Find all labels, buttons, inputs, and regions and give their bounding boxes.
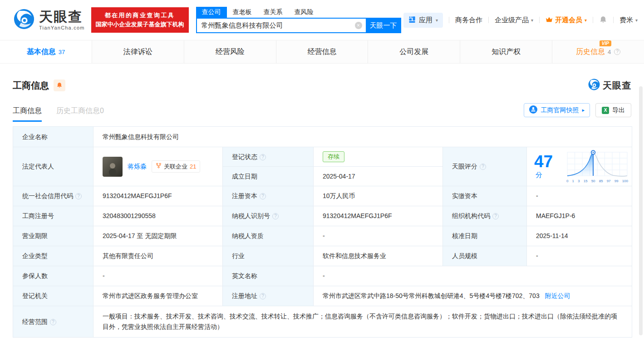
tab-legal-proceedings[interactable]: 法律诉讼	[92, 40, 184, 63]
subtab-history-business-info[interactable]: 历史工商信息0	[56, 106, 104, 122]
clear-icon[interactable]: ×	[355, 22, 362, 29]
related-companies-count: 21	[190, 162, 196, 171]
company-type-label: 企业类型	[13, 246, 93, 266]
user-menu[interactable]: 费米 ▾	[619, 16, 638, 25]
tab-label: 知识产权	[492, 47, 521, 57]
insured-count-label: 参保人数	[13, 266, 93, 286]
legal-rep-label: 法定代表人	[13, 147, 93, 186]
help-icon[interactable]: ?	[260, 193, 266, 199]
english-name-value: -	[314, 266, 632, 286]
chevron-down-icon: ▾	[635, 18, 638, 23]
subtab-business-info[interactable]: 工商信息	[13, 106, 42, 122]
search-input[interactable]	[196, 18, 366, 33]
tab-company-development[interactable]: 公司发展	[368, 40, 460, 63]
table-row: 经营范围? 一般项目：技术服务、技术开发、技术咨询、技术交流、技术转让、技术推广…	[13, 306, 632, 338]
related-companies-label: 关联企业	[164, 162, 187, 171]
org-code-value: MAEFGJ1P-6	[527, 206, 632, 226]
insured-count-value: -	[93, 266, 223, 286]
reg-address-label: 注册地址?	[223, 286, 314, 306]
legal-rep-name-link[interactable]: 蒋烁淼	[128, 162, 147, 171]
company-name-value: 常州甄象信息科技有限公司	[93, 127, 632, 147]
help-icon[interactable]: ?	[272, 213, 279, 219]
divider	[488, 17, 489, 23]
table-row: 营业期限 2025-04-17 至 无固定期限 纳税人资质 - 核准日期 202…	[13, 226, 632, 246]
help-icon[interactable]: ?	[75, 193, 82, 199]
legal-rep-cell: 蒋烁淼 关联企业 21	[93, 147, 223, 186]
promo-line-1: 都在用的商业查询工具	[96, 11, 184, 20]
paid-capital-value: -	[527, 186, 632, 206]
enterprise-label: 企业级产品	[495, 16, 529, 25]
business-scope-label: 经营范围?	[13, 306, 93, 338]
primary-nav-tabs: 基本信息 37 法律诉讼 经营风险 经营信息 公司发展 知识产权 VIP 历史信…	[0, 40, 644, 64]
approval-date-label: 核准日期	[443, 226, 527, 246]
help-icon[interactable]: ?	[492, 213, 499, 219]
business-info-table: 企业名称 常州甄象信息科技有限公司 法定代表人 蒋烁淼	[13, 126, 632, 338]
search-area: 查公司 查老板 查关系 查风险 × 天眼一下	[196, 7, 401, 33]
tab-basic-info[interactable]: 基本信息 37	[0, 40, 92, 63]
tianyancha-logo-icon	[14, 9, 34, 31]
official-snapshot-button[interactable]: 工商官网快照 ▸	[524, 103, 590, 117]
search-tab-relation[interactable]: 查关系	[258, 7, 289, 18]
export-button[interactable]: X 导出	[595, 103, 631, 117]
help-icon[interactable]: ?	[260, 154, 266, 160]
search-tab-boss[interactable]: 查老板	[227, 7, 258, 18]
legal-rep-avatar[interactable]	[103, 157, 123, 177]
vip-label: 开通会员	[555, 16, 582, 25]
brand-domain: TianYanCha.com	[39, 25, 85, 30]
apps-menu-button[interactable]: 应用 ▾	[403, 13, 443, 28]
open-vip-button[interactable]: 开通会员 ▾	[546, 16, 587, 25]
help-icon[interactable]: ?	[480, 164, 486, 170]
search-tab-risk[interactable]: 查风险	[289, 7, 320, 18]
tab-label: 经营信息	[308, 47, 337, 57]
tab-label: 经营风险	[216, 47, 245, 57]
notification-bell-icon[interactable]	[599, 16, 607, 24]
section-title: 工商信息	[13, 80, 49, 92]
nearby-companies-link[interactable]: 附近公司	[545, 292, 570, 299]
taxpayer-quality-value: -	[314, 226, 443, 246]
chevron-down-icon: ▾	[585, 18, 587, 23]
label-text: 纳税人识别号	[232, 212, 270, 219]
tab-count: 4	[608, 49, 611, 55]
help-icon[interactable]: ?	[50, 319, 56, 325]
vip-badge: VIP	[600, 40, 611, 46]
promo-line-2: 国家中小企业发展子基金旗下机构	[96, 20, 184, 29]
english-name-label: 英文名称	[223, 266, 314, 286]
grid-icon	[408, 16, 416, 25]
label-text: 注册地址	[232, 292, 257, 299]
brand-name: 天眼查	[39, 10, 85, 24]
table-row: 登记机关 常州市武进区政务服务管理办公室 注册地址? 常州市武进区常武中路18-…	[13, 286, 632, 306]
reg-number-label: 工商注册号	[13, 206, 93, 226]
help-icon[interactable]: ?	[260, 293, 266, 299]
top-nav: 应用 ▾ 商务合作 企业级产品 ▾ 开通会员 ▾	[403, 13, 638, 28]
tab-label: 历史信息	[576, 48, 605, 55]
establish-date-label: 成立日期	[223, 167, 314, 186]
approval-date-value: 2025-11-14	[527, 226, 632, 246]
related-companies-badge[interactable]: 关联企业 21	[152, 160, 200, 173]
taxpayer-quality-label: 纳税人资质	[223, 226, 314, 246]
watermark-brand: 天眼查	[603, 80, 631, 92]
reg-capital-value: 10万人民币	[314, 186, 443, 206]
company-type-value: 其他有限责任公司	[93, 246, 223, 266]
tianyancha-logo[interactable]: 天眼查 TianYanCha.com	[14, 9, 85, 31]
tab-intellectual-property[interactable]: 知识产权	[460, 40, 552, 63]
tab-operating-info[interactable]: 经营信息	[276, 40, 369, 63]
tab-operating-risk[interactable]: 经营风险	[184, 40, 276, 63]
nav-enterprise-product[interactable]: 企业级产品 ▾	[495, 16, 533, 25]
nav-cooperation[interactable]: 商务合作	[455, 16, 482, 25]
label-text: 组织机构代码	[452, 212, 490, 219]
top-header: 天眼查 TianYanCha.com 都在用的商业查询工具 国家中小企业发展子基…	[0, 0, 644, 40]
page-scrollbar[interactable]	[639, 86, 643, 335]
tab-label: 基本信息	[27, 47, 56, 57]
help-icon[interactable]: ?	[614, 49, 620, 55]
tab-count: 37	[59, 49, 65, 55]
search-button[interactable]: 天眼一下	[366, 18, 401, 33]
tab-history-info[interactable]: VIP 历史信息 4 ?	[552, 40, 644, 63]
subscribe-bell-icon[interactable]	[54, 80, 65, 91]
reg-address-cell: 常州市武进区常武中路18-50号常州科教城创研港4、5号楼4号楼7楼702、70…	[314, 286, 632, 306]
score-value: 47	[534, 152, 553, 171]
divider	[539, 17, 540, 23]
search-tabs: 查公司 查老板 查关系 查风险	[196, 7, 401, 18]
score-unit: 分	[536, 171, 542, 179]
search-tab-company[interactable]: 查公司	[196, 7, 227, 18]
taxpayer-id-value: 91320412MAEFGJ1P6F	[314, 206, 443, 226]
